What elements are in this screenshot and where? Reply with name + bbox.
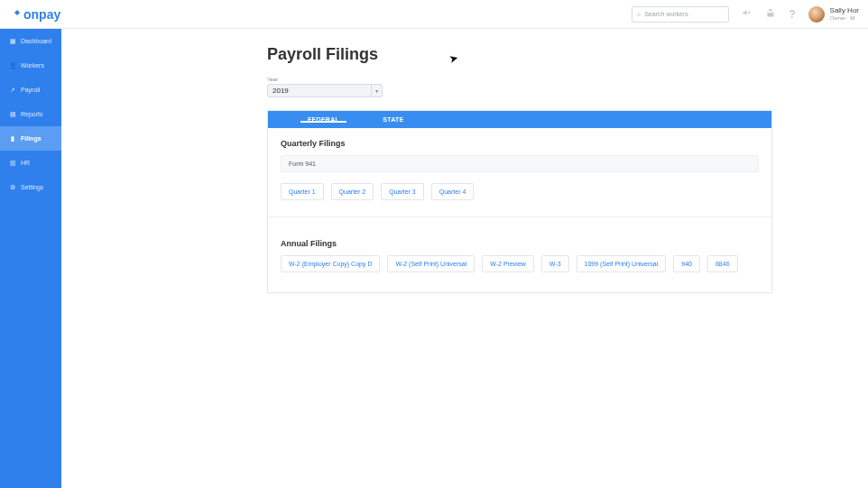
sidebar-item-filings[interactable]: ▮Filings (0, 126, 61, 151)
search-placeholder: Search workers (644, 11, 688, 17)
page-title: Payroll Filings (267, 45, 836, 64)
logo-text: onpay (23, 7, 60, 22)
main-content: Payroll Filings Year 2019 ▾ FEDERALSTATE… (61, 29, 868, 488)
announce-icon[interactable] (742, 7, 753, 21)
sidebar-item-hr[interactable]: ▥HR (0, 151, 61, 175)
annual-pill[interactable]: 1099 (Self Print) Universal (577, 255, 667, 272)
settings-icon: ⚙ (9, 184, 16, 191)
chevron-down-icon: ▾ (371, 84, 382, 97)
quarter-pill[interactable]: Quarter 3 (381, 183, 424, 200)
sidebar-item-label: Filings (21, 135, 42, 142)
hr-icon: ▥ (9, 160, 16, 167)
annual-pill-row: W-2 (Employer Copy) Copy DW-2 (Self Prin… (281, 255, 759, 272)
annual-pill[interactable]: W-2 Preview (482, 255, 534, 272)
header: onpay ⌕ Search workers ? Sally Hor Owner… (0, 0, 868, 29)
sidebar-item-workers[interactable]: 👤Workers (0, 53, 61, 78)
sidebar-item-label: Dashboard (21, 38, 51, 44)
year-label: Year (267, 77, 836, 82)
gift-icon[interactable] (765, 7, 776, 21)
help-icon[interactable]: ? (789, 8, 795, 21)
filings-card: FEDERALSTATE Quarterly Filings Form 941 … (267, 110, 772, 293)
annual-pill[interactable]: 8846 (707, 255, 738, 272)
annual-heading: Annual Filings (281, 239, 759, 248)
year-select[interactable]: 2019 ▾ (267, 84, 383, 97)
sidebar-item-dashboard[interactable]: ▦Dashboard (0, 29, 61, 53)
year-filter: Year 2019 ▾ (267, 77, 836, 97)
filings-icon: ▮ (9, 135, 16, 143)
tab-state[interactable]: STATE (361, 116, 425, 123)
search-input[interactable]: ⌕ Search workers (632, 6, 729, 23)
workers-icon: 👤 (9, 62, 16, 69)
sidebar-item-settings[interactable]: ⚙Settings (0, 175, 61, 199)
sidebar-item-reports[interactable]: ▤Reports (0, 102, 61, 126)
search-icon: ⌕ (637, 11, 641, 17)
reports-icon: ▤ (9, 111, 16, 118)
quarter-pill-row: Quarter 1Quarter 2Quarter 3Quarter 4 (281, 183, 759, 200)
quarter-pill[interactable]: Quarter 2 (331, 183, 374, 200)
annual-pill[interactable]: W-2 (Employer Copy) Copy D (281, 255, 380, 272)
user-menu[interactable]: Sally Hor Owner · M (808, 6, 859, 23)
sidebar-item-label: Reports (21, 111, 43, 117)
quarterly-heading: Quarterly Filings (281, 139, 759, 148)
sidebar-item-payroll[interactable]: ↗Payroll (0, 78, 61, 102)
tab-federal[interactable]: FEDERAL (286, 116, 361, 123)
header-right: ⌕ Search workers ? Sally Hor Owner · M (632, 6, 859, 23)
logo[interactable]: onpay (13, 7, 60, 22)
annual-pill[interactable]: W-3 (541, 255, 569, 272)
sidebar-item-label: Payroll (21, 87, 40, 93)
sidebar-item-label: HR (21, 160, 30, 166)
annual-pill[interactable]: 940 (673, 255, 700, 272)
user-name: Sally Hor (830, 7, 859, 15)
dashboard-icon: ▦ (9, 38, 16, 45)
sidebar-item-label: Settings (21, 184, 43, 190)
quarter-pill[interactable]: Quarter 1 (281, 183, 324, 200)
annual-pill[interactable]: W-2 (Self Print) Universal (387, 255, 475, 272)
user-role: Owner · M (830, 15, 859, 22)
sidebar: ▦Dashboard👤Workers↗Payroll▤Reports▮Filin… (0, 0, 61, 488)
year-value: 2019 (272, 87, 289, 95)
form-row[interactable]: Form 941 (281, 155, 759, 172)
sidebar-item-label: Workers (21, 62, 44, 69)
payroll-icon: ↗ (9, 87, 16, 94)
tabs: FEDERALSTATE (268, 111, 771, 128)
logo-icon (13, 10, 22, 19)
quarter-pill[interactable]: Quarter 4 (431, 183, 475, 200)
avatar (808, 6, 825, 23)
